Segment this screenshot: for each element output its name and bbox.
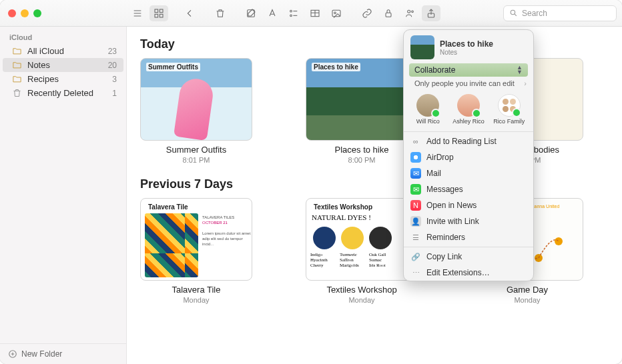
list-view-button[interactable]	[128, 5, 147, 21]
checklist-button[interactable]	[284, 5, 303, 21]
sidebar-item-recently-deleted[interactable]: Recently Deleted 1	[3, 86, 123, 100]
svg-point-5	[290, 10, 292, 12]
sidebar: iCloud All iCloud 23 Notes 20 Recipes 3 …	[0, 27, 127, 364]
sidebar-section-header: iCloud	[0, 31, 126, 44]
share-action-news[interactable]: NOpen in News	[404, 197, 533, 213]
share-permission-row[interactable]: Only people you invite can edit ›	[404, 77, 533, 91]
share-action-invite-link[interactable]: 👤Invite with Link	[404, 213, 533, 229]
note-time: 8:00 PM	[306, 156, 418, 164]
note-thumbnail: Textiles Workshop NATURAL DYES ! IndigoH…	[306, 198, 418, 281]
share-action-airdrop[interactable]: AirDrop	[404, 149, 533, 165]
gallery-view-button[interactable]	[149, 5, 168, 21]
menu-label: Invite with Link	[426, 217, 479, 226]
note-title: Talavera Tile	[140, 285, 252, 295]
infinity-icon: ∞	[410, 136, 421, 147]
folder-icon	[12, 74, 22, 84]
delete-button[interactable]	[211, 5, 230, 21]
menu-label: Copy Link	[426, 252, 462, 261]
section-header: Previous 7 Days	[140, 177, 609, 191]
sidebar-item-recipes[interactable]: Recipes 3	[3, 72, 123, 86]
share-note-subtitle: Notes	[440, 49, 493, 56]
share-action-reading-list[interactable]: ∞Add to Reading List	[404, 133, 533, 149]
note-time: Monday	[471, 296, 583, 304]
note-thumbnail: Summer Outfits	[140, 58, 252, 141]
new-folder-button[interactable]: New Folder	[0, 343, 126, 364]
media-button[interactable]	[327, 5, 346, 21]
back-button[interactable]	[180, 5, 199, 21]
note-title: Summer Outfits	[140, 145, 252, 155]
trash-icon	[12, 88, 22, 98]
menu-label: Edit Extensions…	[426, 268, 490, 277]
share-note-thumbnail	[410, 35, 434, 59]
minimize-window-button[interactable]	[21, 9, 29, 17]
thumb-title: Talavera Tile	[146, 203, 190, 211]
share-note-title: Places to hike	[440, 39, 493, 49]
svg-point-12	[412, 11, 414, 13]
share-person[interactable]: Ashley Rico	[450, 94, 487, 125]
notes-grid-today: Summer Outfits Summer Outfits 8:01 PM Pl…	[140, 58, 609, 164]
invite-link-icon: 👤	[410, 216, 421, 227]
note-card[interactable]: Textiles Workshop NATURAL DYES ! IndigoH…	[306, 198, 418, 304]
svg-rect-2	[155, 14, 158, 17]
share-action-messages[interactable]: ✉Messages	[404, 181, 533, 197]
link-button[interactable]	[358, 5, 376, 21]
sidebar-item-count: 20	[108, 61, 117, 70]
note-card[interactable]: Talavera Tile TALAVERA TILESOCTOBER 21Lo…	[140, 198, 252, 304]
svg-point-6	[290, 15, 292, 17]
sidebar-item-label: All iCloud	[27, 46, 64, 56]
svg-rect-3	[160, 14, 163, 17]
share-person[interactable]: Will Rico	[409, 94, 446, 125]
section-header: Today	[140, 37, 609, 51]
news-icon: N	[410, 200, 421, 211]
svg-point-9	[334, 12, 336, 14]
search-input[interactable]: Search	[503, 5, 617, 21]
menu-label: Reminders	[426, 233, 465, 242]
folder-icon	[12, 60, 22, 70]
fullscreen-window-button[interactable]	[33, 9, 41, 17]
sidebar-item-label: Recipes	[27, 74, 59, 84]
share-mode-selector[interactable]: Collaborate ▲▼	[409, 63, 528, 77]
share-edit-extensions[interactable]: ⋯Edit Extensions…	[404, 265, 533, 281]
thumb-title: Places to hike	[312, 63, 360, 71]
svg-rect-10	[386, 13, 391, 17]
new-folder-label: New Folder	[21, 349, 62, 359]
note-time: Monday	[306, 296, 418, 304]
thumb-title: Textiles Workshop	[312, 203, 374, 211]
share-action-mail[interactable]: ✉Mail	[404, 165, 533, 181]
share-copy-link[interactable]: 🔗Copy Link	[404, 249, 533, 265]
lock-button[interactable]	[379, 5, 398, 21]
note-thumbnail: Places to hike	[306, 58, 418, 141]
note-title: Textiles Workshop	[306, 285, 418, 295]
table-button[interactable]	[306, 5, 324, 21]
svg-rect-0	[155, 9, 158, 13]
person-name: Ashley Rico	[452, 118, 485, 125]
sidebar-item-all-icloud[interactable]: All iCloud 23	[3, 44, 123, 58]
main-content: Today Summer Outfits Summer Outfits 8:01…	[127, 27, 622, 364]
note-card[interactable]: Summer Outfits Summer Outfits 8:01 PM	[140, 58, 252, 164]
menu-label: Messages	[426, 185, 463, 194]
share-action-reminders[interactable]: ☰Reminders	[404, 229, 533, 245]
search-placeholder: Search	[522, 9, 547, 18]
note-title: Game Day	[471, 285, 583, 295]
link-icon: 🔗	[410, 251, 421, 262]
airdrop-icon	[410, 152, 421, 163]
mail-icon: ✉	[410, 168, 421, 179]
close-window-button[interactable]	[8, 9, 16, 17]
share-person[interactable]: Rico Family	[491, 94, 528, 125]
format-button[interactable]	[263, 5, 282, 21]
collaborate-button[interactable]	[400, 5, 419, 21]
person-name: Will Rico	[416, 118, 440, 125]
folder-icon	[12, 46, 22, 56]
svg-point-19	[555, 237, 563, 245]
share-mode-label: Collaborate	[414, 65, 455, 75]
plus-circle-icon	[8, 349, 17, 359]
note-card[interactable]: Places to hike Places to hike 8:00 PM	[306, 58, 418, 164]
share-button[interactable]	[422, 5, 440, 21]
messages-badge-icon	[472, 109, 481, 118]
sidebar-item-notes[interactable]: Notes 20	[3, 58, 123, 72]
note-title: Places to hike	[306, 145, 418, 155]
messages-badge-icon	[512, 108, 521, 117]
person-name: Rico Family	[493, 118, 525, 125]
avatar	[416, 94, 439, 117]
new-note-button[interactable]	[242, 5, 260, 21]
